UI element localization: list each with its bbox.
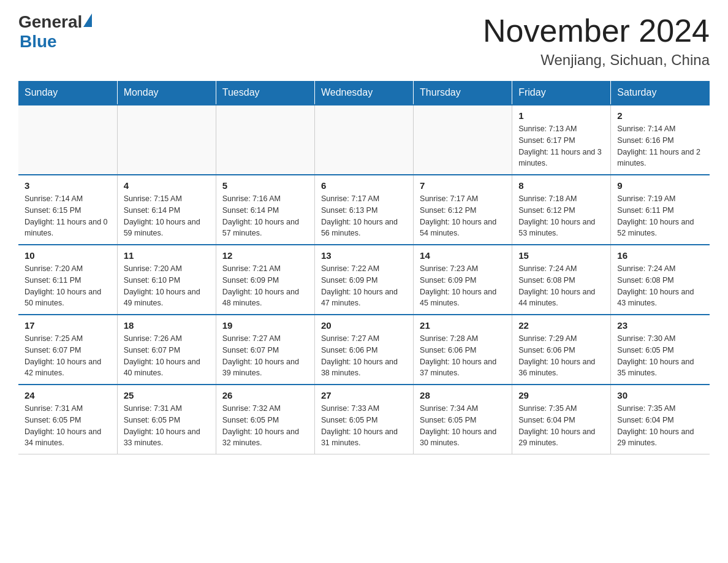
day-header-sunday: Sunday <box>18 81 117 105</box>
day-number: 8 <box>518 180 604 191</box>
day-info: Sunrise: 7:30 AMSunset: 6:05 PMDaylight:… <box>617 333 703 379</box>
calendar-cell: 30Sunrise: 7:35 AMSunset: 6:04 PMDayligh… <box>611 385 710 454</box>
calendar-cell: 13Sunrise: 7:22 AMSunset: 6:09 PMDayligh… <box>314 245 413 315</box>
day-number: 13 <box>321 250 407 261</box>
calendar-cell <box>18 105 117 175</box>
title-area: November 2024 Wenjiang, Sichuan, China <box>483 12 710 69</box>
calendar-cell: 4Sunrise: 7:15 AMSunset: 6:14 PMDaylight… <box>117 175 216 245</box>
logo-general-text: General <box>18 12 82 32</box>
day-info: Sunrise: 7:25 AMSunset: 6:07 PMDaylight:… <box>25 333 111 379</box>
calendar-table: SundayMondayTuesdayWednesdayThursdayFrid… <box>18 81 710 454</box>
day-number: 15 <box>518 250 604 261</box>
calendar-cell: 1Sunrise: 7:13 AMSunset: 6:17 PMDaylight… <box>512 105 611 175</box>
calendar-cell <box>216 105 314 175</box>
day-info: Sunrise: 7:24 AMSunset: 6:08 PMDaylight:… <box>518 263 604 309</box>
day-number: 14 <box>420 250 506 261</box>
calendar-cell: 14Sunrise: 7:23 AMSunset: 6:09 PMDayligh… <box>414 245 512 315</box>
day-info: Sunrise: 7:24 AMSunset: 6:08 PMDaylight:… <box>617 263 703 309</box>
day-number: 18 <box>124 320 210 331</box>
calendar-cell <box>314 105 413 175</box>
calendar-cell: 23Sunrise: 7:30 AMSunset: 6:05 PMDayligh… <box>611 315 710 385</box>
day-info: Sunrise: 7:35 AMSunset: 6:04 PMDaylight:… <box>518 403 604 449</box>
day-number: 26 <box>222 390 308 400</box>
calendar-cell: 3Sunrise: 7:14 AMSunset: 6:15 PMDaylight… <box>18 175 117 245</box>
calendar-cell: 7Sunrise: 7:17 AMSunset: 6:12 PMDaylight… <box>414 175 512 245</box>
calendar-cell: 11Sunrise: 7:20 AMSunset: 6:10 PMDayligh… <box>117 245 216 315</box>
day-number: 16 <box>617 250 703 261</box>
day-info: Sunrise: 7:18 AMSunset: 6:12 PMDaylight:… <box>518 193 604 239</box>
day-number: 7 <box>420 180 506 191</box>
calendar-cell: 28Sunrise: 7:34 AMSunset: 6:05 PMDayligh… <box>414 385 512 454</box>
day-number: 9 <box>617 180 703 191</box>
day-info: Sunrise: 7:14 AMSunset: 6:16 PMDaylight:… <box>617 123 703 169</box>
logo: General Blue <box>18 12 92 52</box>
day-number: 23 <box>617 320 703 331</box>
calendar-cell: 26Sunrise: 7:32 AMSunset: 6:05 PMDayligh… <box>216 385 314 454</box>
day-info: Sunrise: 7:33 AMSunset: 6:05 PMDaylight:… <box>321 403 407 449</box>
day-info: Sunrise: 7:21 AMSunset: 6:09 PMDaylight:… <box>222 263 308 309</box>
calendar-cell: 10Sunrise: 7:20 AMSunset: 6:11 PMDayligh… <box>18 245 117 315</box>
day-number: 29 <box>518 390 604 400</box>
day-number: 4 <box>124 180 210 191</box>
calendar-cell: 27Sunrise: 7:33 AMSunset: 6:05 PMDayligh… <box>314 385 413 454</box>
day-number: 1 <box>518 110 604 121</box>
calendar-cell: 20Sunrise: 7:27 AMSunset: 6:06 PMDayligh… <box>314 315 413 385</box>
calendar-cell: 25Sunrise: 7:31 AMSunset: 6:05 PMDayligh… <box>117 385 216 454</box>
day-info: Sunrise: 7:35 AMSunset: 6:04 PMDaylight:… <box>617 403 703 449</box>
day-info: Sunrise: 7:23 AMSunset: 6:09 PMDaylight:… <box>420 263 506 309</box>
header: General Blue November 2024 Wenjiang, Sic… <box>18 12 710 69</box>
day-number: 2 <box>617 110 703 121</box>
day-info: Sunrise: 7:14 AMSunset: 6:15 PMDaylight:… <box>25 193 111 239</box>
day-info: Sunrise: 7:27 AMSunset: 6:07 PMDaylight:… <box>222 333 308 379</box>
calendar-cell: 19Sunrise: 7:27 AMSunset: 6:07 PMDayligh… <box>216 315 314 385</box>
calendar-cell: 15Sunrise: 7:24 AMSunset: 6:08 PMDayligh… <box>512 245 611 315</box>
calendar-cell: 18Sunrise: 7:26 AMSunset: 6:07 PMDayligh… <box>117 315 216 385</box>
day-header-tuesday: Tuesday <box>216 81 314 105</box>
calendar-cell: 24Sunrise: 7:31 AMSunset: 6:05 PMDayligh… <box>18 385 117 454</box>
day-number: 11 <box>124 250 210 261</box>
logo-blue-text: Blue <box>20 32 57 51</box>
day-header-monday: Monday <box>117 81 216 105</box>
day-number: 28 <box>420 390 506 400</box>
calendar-cell: 9Sunrise: 7:19 AMSunset: 6:11 PMDaylight… <box>611 175 710 245</box>
day-number: 17 <box>25 320 111 331</box>
day-number: 10 <box>25 250 111 261</box>
day-info: Sunrise: 7:17 AMSunset: 6:12 PMDaylight:… <box>420 193 506 239</box>
calendar-cell: 12Sunrise: 7:21 AMSunset: 6:09 PMDayligh… <box>216 245 314 315</box>
day-number: 21 <box>420 320 506 331</box>
day-info: Sunrise: 7:27 AMSunset: 6:06 PMDaylight:… <box>321 333 407 379</box>
calendar-cell: 8Sunrise: 7:18 AMSunset: 6:12 PMDaylight… <box>512 175 611 245</box>
calendar-cell: 17Sunrise: 7:25 AMSunset: 6:07 PMDayligh… <box>18 315 117 385</box>
day-info: Sunrise: 7:19 AMSunset: 6:11 PMDaylight:… <box>617 193 703 239</box>
calendar-cell: 22Sunrise: 7:29 AMSunset: 6:06 PMDayligh… <box>512 315 611 385</box>
day-number: 12 <box>222 250 308 261</box>
day-info: Sunrise: 7:20 AMSunset: 6:11 PMDaylight:… <box>25 263 111 309</box>
day-info: Sunrise: 7:32 AMSunset: 6:05 PMDaylight:… <box>222 403 308 449</box>
calendar-cell: 5Sunrise: 7:16 AMSunset: 6:14 PMDaylight… <box>216 175 314 245</box>
day-header-friday: Friday <box>512 81 611 105</box>
calendar-cell: 2Sunrise: 7:14 AMSunset: 6:16 PMDaylight… <box>611 105 710 175</box>
day-number: 27 <box>321 390 407 400</box>
day-info: Sunrise: 7:29 AMSunset: 6:06 PMDaylight:… <box>518 333 604 379</box>
day-info: Sunrise: 7:22 AMSunset: 6:09 PMDaylight:… <box>321 263 407 309</box>
day-number: 19 <box>222 320 308 331</box>
day-number: 3 <box>25 180 111 191</box>
location-title: Wenjiang, Sichuan, China <box>483 52 710 69</box>
calendar-cell <box>117 105 216 175</box>
calendar-cell: 29Sunrise: 7:35 AMSunset: 6:04 PMDayligh… <box>512 385 611 454</box>
month-title: November 2024 <box>483 12 710 49</box>
day-number: 20 <box>321 320 407 331</box>
day-info: Sunrise: 7:26 AMSunset: 6:07 PMDaylight:… <box>124 333 210 379</box>
day-header-wednesday: Wednesday <box>314 81 413 105</box>
calendar-cell <box>414 105 512 175</box>
day-number: 30 <box>617 390 703 400</box>
day-number: 24 <box>25 390 111 400</box>
day-header-saturday: Saturday <box>611 81 710 105</box>
day-info: Sunrise: 7:17 AMSunset: 6:13 PMDaylight:… <box>321 193 407 239</box>
day-info: Sunrise: 7:13 AMSunset: 6:17 PMDaylight:… <box>518 123 604 169</box>
calendar-cell: 6Sunrise: 7:17 AMSunset: 6:13 PMDaylight… <box>314 175 413 245</box>
day-info: Sunrise: 7:15 AMSunset: 6:14 PMDaylight:… <box>124 193 210 239</box>
day-info: Sunrise: 7:28 AMSunset: 6:06 PMDaylight:… <box>420 333 506 379</box>
calendar-cell: 16Sunrise: 7:24 AMSunset: 6:08 PMDayligh… <box>611 245 710 315</box>
logo-triangle-icon <box>83 13 92 27</box>
